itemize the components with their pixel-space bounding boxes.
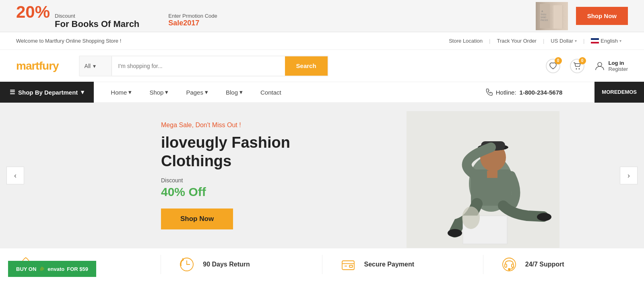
phone-icon — [485, 89, 493, 96]
shop-by-department[interactable]: ☰ Shop By Department ▾ — [0, 82, 94, 103]
discount-label: Discount — [55, 13, 139, 19]
promo-enter-label: Enter Prmotion Code — [168, 13, 217, 19]
nav-home[interactable]: Home ▾ — [102, 82, 140, 103]
logo[interactable]: martfury — [16, 60, 59, 72]
promo-section: Enter Prmotion Code Sale2017 — [168, 13, 217, 27]
cart-icon-circle: 0 — [570, 59, 584, 73]
nav-home-label: Home — [111, 89, 127, 96]
hotline-number: 1-800-234-5678 — [520, 89, 563, 96]
feature-secure-payment: Secure Payment — [322, 255, 483, 274]
svg-text:SAND: SAND — [541, 16, 546, 19]
nav-pages-chevron-icon: ▾ — [205, 89, 208, 96]
svg-rect-7 — [553, 5, 562, 29]
discount-subtitle: For Books Of March — [55, 19, 139, 29]
shop-now-button[interactable]: Shop Now — [576, 7, 628, 25]
search-input[interactable] — [112, 56, 285, 76]
shop-by-dept-icon: ☰ — [10, 89, 15, 96]
wishlist-button[interactable]: 0 — [546, 59, 560, 73]
svg-point-30 — [508, 268, 510, 270]
cart-button[interactable]: 0 — [570, 59, 584, 73]
svg-text:THOU: THOU — [541, 13, 547, 16]
hero-tag: Mega Sale, Don't Miss Out ! — [161, 122, 290, 129]
book-image: A THOU SAND PIECES — [536, 2, 568, 30]
svg-text:A: A — [541, 10, 543, 12]
support-icon — [500, 255, 519, 274]
currency-selector[interactable]: US Dollar ▾ — [544, 38, 583, 44]
wishlist-badge: 0 — [555, 57, 562, 64]
nav-shop-chevron-icon: ▾ — [165, 89, 168, 96]
discount-text: Discount For Books Of March — [55, 13, 139, 29]
more-demos-line2: DEMOS — [617, 89, 637, 95]
nav-shop-label: Shop — [149, 89, 163, 96]
nav-bar: ☰ Shop By Department ▾ Home ▾ Shop ▾ Pag… — [0, 82, 644, 103]
days-return-label: 90 Days Return — [203, 261, 250, 268]
svg-point-9 — [578, 68, 580, 69]
svg-point-19 — [448, 229, 462, 237]
hero-discount-value: 40% Off — [161, 185, 290, 199]
envato-label: envato — [47, 266, 64, 272]
nav-shop[interactable]: Shop ▾ — [140, 82, 177, 103]
register-link: Register — [609, 66, 628, 72]
hero-title-line1: iloveugly Fashion — [161, 134, 290, 151]
logo-black: mart — [16, 60, 39, 72]
nav-blog[interactable]: Blog ▾ — [217, 82, 252, 103]
login-link: Log in — [609, 60, 628, 66]
secure-payment-icon — [339, 255, 358, 274]
svg-point-10 — [598, 62, 602, 66]
svg-point-20 — [537, 213, 551, 221]
support-label: 24/7 Support — [525, 261, 564, 268]
top-banner: 20% Discount For Books Of March Enter Pr… — [0, 0, 644, 32]
search-category-dropdown[interactable]: All ▾ — [80, 56, 112, 76]
hero-title: iloveugly Fashion Clothings — [161, 134, 290, 170]
secure-payment-label: Secure Payment — [364, 261, 415, 268]
envato-buy-button[interactable]: BUY ON envato FOR $59 — [8, 261, 96, 277]
search-bar: All ▾ Search — [79, 56, 328, 76]
buy-on-label: BUY ON — [16, 266, 36, 272]
more-demos-line1: MORE — [602, 89, 617, 95]
nav-contact[interactable]: Contact — [252, 82, 290, 103]
user-icon — [594, 60, 605, 72]
language-selector[interactable]: English ▾ — [584, 38, 628, 44]
hero-image: BLACK — [402, 103, 564, 248]
banner-left: 20% Discount For Books Of March Enter Pr… — [16, 2, 217, 29]
nav-home-chevron-icon: ▾ — [128, 89, 132, 96]
svg-rect-18 — [487, 171, 497, 178]
user-account[interactable]: Log in Register — [594, 60, 628, 72]
search-button[interactable]: Search — [285, 56, 328, 76]
nav-blog-label: Blog — [226, 89, 238, 96]
slider-next-button[interactable]: › — [620, 167, 638, 184]
cart-badge: 0 — [579, 57, 586, 64]
nav-pages[interactable]: Pages ▾ — [177, 82, 217, 103]
nav-blog-chevron-icon: ▾ — [239, 89, 243, 96]
second-bar-right: Store Location | Track Your Order | US D… — [442, 38, 628, 44]
price-label: FOR $59 — [67, 266, 88, 272]
hero-title-line2: Clothings — [161, 153, 231, 169]
wishlist-icon-circle: 0 — [546, 59, 560, 73]
flag-icon — [591, 38, 599, 43]
nav-contact-label: Contact — [260, 89, 281, 96]
svg-point-8 — [576, 68, 577, 69]
svg-rect-28 — [505, 264, 507, 267]
search-category-label: All — [85, 63, 91, 69]
feature-24-7-support: 24/7 Support — [483, 255, 644, 274]
slider-prev-button[interactable]: ‹ — [6, 167, 24, 184]
hotline: Hotline: 1-800-234-5678 — [485, 89, 563, 96]
svg-rect-26 — [349, 265, 353, 267]
banner-right: A THOU SAND PIECES Shop Now — [536, 2, 628, 30]
hero-person-svg: BLACK — [407, 111, 559, 248]
hero-slider: ‹ Mega Sale, Don't Miss Out ! iloveugly … — [0, 103, 644, 248]
nav-links: Home ▾ Shop ▾ Pages ▾ Blog ▾ Contact — [94, 82, 485, 103]
hero-content: Mega Sale, Don't Miss Out ! iloveugly Fa… — [0, 122, 290, 229]
svg-text:PIECES: PIECES — [541, 19, 548, 21]
welcome-text: Welcome to Martfury Online Shopping Stor… — [16, 38, 442, 44]
hotline-label: Hotline: — [496, 89, 516, 96]
hero-shop-now-button[interactable]: Shop Now — [161, 208, 233, 229]
language-label: English — [601, 38, 618, 44]
envato-leaf-icon — [39, 266, 45, 272]
track-order-link[interactable]: Track Your Order — [490, 38, 543, 44]
hero-discount-label: Discount — [161, 177, 290, 184]
store-location-link[interactable]: Store Location — [442, 38, 489, 44]
more-demos-button[interactable]: MORE DEMOS — [594, 82, 644, 103]
second-bar: Welcome to Martfury Online Shopping Stor… — [0, 32, 644, 50]
return-icon — [177, 255, 196, 274]
